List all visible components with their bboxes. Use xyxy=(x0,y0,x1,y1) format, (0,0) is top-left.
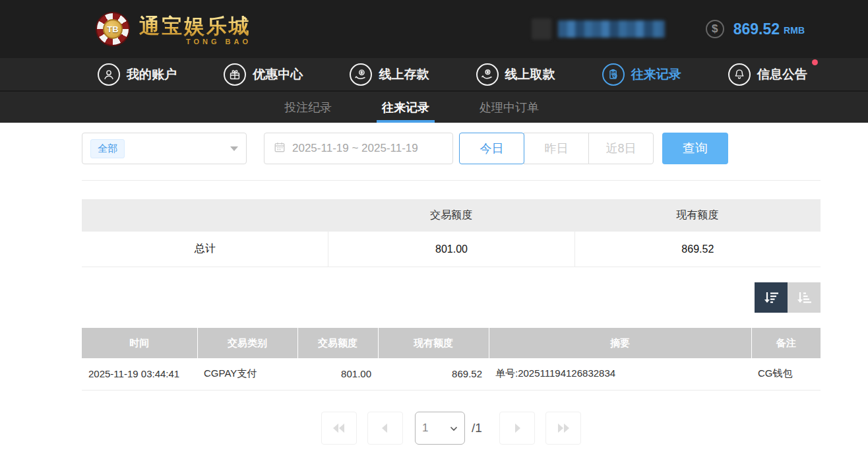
nav-item-deposit[interactable]: 线上存款 xyxy=(350,63,429,86)
prev-page-button[interactable] xyxy=(367,412,403,445)
last-page-button[interactable] xyxy=(545,412,581,445)
dollar-circle-icon: $ xyxy=(706,20,724,38)
active-tab-underline xyxy=(377,120,435,123)
nav-item-announcements[interactable]: 信息公告 xyxy=(728,63,807,86)
caret-down-icon xyxy=(230,146,238,151)
poker-chip-icon: TB xyxy=(96,12,130,46)
first-page-button[interactable] xyxy=(321,412,357,445)
subtab-label: 投注纪录 xyxy=(284,100,332,115)
user-area: $ 869.52 RMB xyxy=(532,18,805,40)
date-range-value: 2025-11-19 ~ 2025-11-19 xyxy=(292,142,418,155)
nav-label: 我的账户 xyxy=(127,66,177,83)
cell-balance: 869.52 xyxy=(378,358,489,390)
subtab-label: 往来记录 xyxy=(382,100,429,115)
chip-label: TB xyxy=(103,19,123,39)
nav-item-my-account[interactable]: 我的账户 xyxy=(98,63,177,86)
brand-name: 通宝娱乐城 xyxy=(139,13,251,40)
col-header-type: 交易类别 xyxy=(197,328,297,358)
next-page-button[interactable] xyxy=(499,412,535,445)
summary-header-transaction: 交易额度 xyxy=(328,208,574,222)
top-header: TB 通宝娱乐城 TONG BAO $ 869.52 RMB xyxy=(0,0,868,58)
sort-desc-icon xyxy=(762,290,780,305)
cell-type: CGPAY支付 xyxy=(197,358,297,390)
sort-ascending-button[interactable] xyxy=(788,282,821,313)
col-header-balance: 现有额度 xyxy=(378,328,489,358)
summary-total-balance: 869.52 xyxy=(574,232,821,267)
total-pages: /1 xyxy=(472,421,482,435)
deposit-icon xyxy=(350,63,372,86)
cell-note: CG钱包 xyxy=(751,358,821,390)
cell-amount: 801.00 xyxy=(297,358,378,390)
nav-label: 线上存款 xyxy=(379,66,429,83)
col-header-summary: 摘要 xyxy=(489,328,751,358)
section-divider xyxy=(82,180,821,181)
quick-range-yesterday[interactable]: 昨日 xyxy=(524,133,589,164)
records-icon xyxy=(602,63,625,86)
subtab-label: 处理中订单 xyxy=(480,100,539,115)
brand-logo[interactable]: TB 通宝娱乐城 TONG BAO xyxy=(96,12,251,46)
balance-amount: 869.52 xyxy=(733,20,780,38)
records-table: 时间 交易类别 交易额度 现有额度 摘要 备注 2025-11-19 03:44… xyxy=(82,328,821,391)
nav-label: 线上取款 xyxy=(505,66,555,83)
nav-label: 往来记录 xyxy=(631,66,681,83)
nav-item-promotions[interactable]: 优惠中心 xyxy=(224,63,303,86)
balance[interactable]: $ 869.52 RMB xyxy=(706,20,805,38)
brand-name-en: TONG BAO xyxy=(186,38,251,46)
user-icon xyxy=(98,63,120,86)
sub-nav: 投注纪录 往来记录 处理中订单 xyxy=(0,90,868,123)
tab-bet-records[interactable]: 投注纪录 xyxy=(271,92,345,123)
summary-table: 交易额度 现有额度 总计 801.00 869.52 xyxy=(82,199,821,267)
search-button[interactable]: 查询 xyxy=(662,133,728,164)
sort-asc-icon xyxy=(795,290,813,305)
summary-total-label: 总计 xyxy=(82,232,328,267)
quick-range-today[interactable]: 今日 xyxy=(459,133,524,164)
gift-icon xyxy=(224,63,246,86)
cell-summary: 单号:202511194126832834 xyxy=(489,358,751,390)
username-redacted xyxy=(558,20,665,38)
pagination: 1 /1 xyxy=(82,412,821,445)
nav-item-records[interactable]: 往来记录 xyxy=(602,63,681,86)
current-page: 1 xyxy=(422,422,428,435)
col-header-amount: 交易额度 xyxy=(297,328,378,358)
page-select[interactable]: 1 xyxy=(415,412,465,445)
tab-pending-orders[interactable]: 处理中订单 xyxy=(466,92,552,123)
date-range-input[interactable]: 2025-11-19 ~ 2025-11-19 xyxy=(264,133,453,164)
double-right-arrow-icon xyxy=(555,422,571,434)
chevron-down-icon xyxy=(450,422,458,434)
bell-icon xyxy=(728,63,751,86)
sort-descending-button[interactable] xyxy=(755,282,788,313)
summary-header-balance: 现有额度 xyxy=(574,208,821,222)
nav-label: 信息公告 xyxy=(757,66,807,83)
nav-label: 优惠中心 xyxy=(253,66,303,83)
summary-total-row: 总计 801.00 869.52 xyxy=(82,232,821,267)
tab-transaction-records[interactable]: 往来记录 xyxy=(369,92,443,123)
type-select[interactable]: 全部 xyxy=(82,133,247,164)
records-header-row: 时间 交易类别 交易额度 现有额度 摘要 备注 xyxy=(82,328,821,358)
calendar-icon xyxy=(274,141,286,156)
summary-total-transaction: 801.00 xyxy=(328,232,574,267)
table-row: 2025-11-19 03:44:41 CGPAY支付 801.00 869.5… xyxy=(82,358,821,390)
withdraw-icon xyxy=(476,63,499,86)
balance-currency: RMB xyxy=(784,25,805,36)
main-content: 全部 2025-11-19 ~ 2025-11-19 今日 昨日 近8日 查询 … xyxy=(0,133,821,445)
filter-bar: 全部 2025-11-19 ~ 2025-11-19 今日 昨日 近8日 查询 xyxy=(82,133,821,164)
quick-range-last8days[interactable]: 近8日 xyxy=(588,133,654,164)
quick-range-group: 今日 昨日 近8日 xyxy=(459,133,654,164)
summary-header-row: 交易额度 现有额度 xyxy=(82,199,821,232)
sort-bar xyxy=(82,282,821,313)
avatar[interactable] xyxy=(532,18,551,40)
nav-item-withdraw[interactable]: 线上取款 xyxy=(476,63,555,86)
right-arrow-icon xyxy=(511,422,523,434)
main-nav: 我的账户 优惠中心 线上存款 线上取款 往来记录 信息公告 xyxy=(0,58,868,90)
brand-text: 通宝娱乐城 TONG BAO xyxy=(139,13,251,46)
selected-type-tag: 全部 xyxy=(90,139,125,158)
col-header-time: 时间 xyxy=(82,328,197,358)
cell-time: 2025-11-19 03:44:41 xyxy=(82,358,197,390)
notification-dot xyxy=(812,59,818,65)
double-left-arrow-icon xyxy=(331,422,347,434)
col-header-note: 备注 xyxy=(751,328,821,358)
left-arrow-icon xyxy=(379,422,391,434)
